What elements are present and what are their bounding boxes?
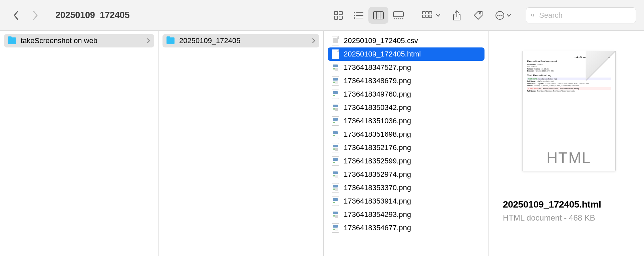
file-row[interactable]: 20250109_172405: [163, 34, 319, 47]
file-row[interactable]: takeScreenshot on web: [4, 34, 154, 47]
svg-line-32: [533, 16, 534, 17]
columns-icon: [373, 11, 384, 20]
image-file-icon: [332, 197, 339, 206]
svg-point-28: [497, 15, 499, 16]
file-name-label: 1736418348679.png: [344, 77, 480, 85]
file-row[interactable]: 1736418352974.png: [328, 168, 485, 181]
file-row[interactable]: 20250109_172405.csv: [328, 34, 485, 47]
svg-point-14: [394, 18, 395, 19]
preview-type-label: HTML: [523, 149, 615, 167]
file-row[interactable]: 20250109_172405.html: [328, 47, 485, 61]
folder-icon: [167, 37, 175, 44]
svg-rect-22: [422, 15, 425, 18]
svg-rect-24: [429, 15, 432, 18]
chevron-down-icon: [507, 14, 511, 17]
toolbar-actions: [420, 7, 513, 24]
image-file-icon: [332, 130, 339, 139]
image-file-icon: [332, 170, 339, 179]
file-row[interactable]: 1736418352599.png: [328, 154, 485, 168]
file-name-label: 1736418352974.png: [344, 170, 480, 179]
more-button[interactable]: [494, 7, 513, 24]
svg-point-29: [499, 15, 501, 16]
svg-rect-0: [334, 11, 338, 15]
file-row[interactable]: 1736418347527.png: [328, 61, 485, 74]
preview-filename: 20250109_172405.html: [503, 199, 630, 210]
file-row[interactable]: 1736418349760.png: [328, 88, 485, 101]
image-file-icon: [332, 210, 339, 219]
share-button[interactable]: [451, 7, 462, 24]
svg-rect-23: [426, 15, 428, 18]
grid-icon: [333, 10, 343, 20]
file-row[interactable]: 1736418350342.png: [328, 101, 485, 114]
image-file-icon: [332, 183, 339, 193]
file-row[interactable]: 1736418353914.png: [328, 195, 485, 208]
view-columns-button[interactable]: [368, 7, 388, 24]
svg-point-8: [354, 17, 355, 19]
svg-point-6: [354, 15, 355, 16]
file-row[interactable]: 1736418354677.png: [328, 221, 485, 235]
file-name-label: 1736418349760.png: [344, 90, 480, 99]
list-icon: [353, 11, 364, 20]
file-row[interactable]: 1736418351036.png: [328, 114, 485, 128]
svg-rect-20: [426, 11, 428, 14]
document-file-icon: [332, 36, 339, 45]
file-name-label: 1736418353370.png: [344, 183, 480, 192]
image-file-icon: [332, 156, 339, 166]
svg-rect-3: [339, 16, 342, 19]
svg-rect-21: [429, 11, 432, 14]
share-icon: [452, 10, 461, 21]
column-1: takeScreenshot on web: [0, 31, 158, 256]
toolbar: 20250109_172405: [0, 0, 644, 31]
file-name-label: 20250109_172405: [179, 36, 307, 45]
svg-point-15: [396, 18, 397, 19]
image-file-icon: [332, 143, 339, 152]
column-view: takeScreenshot on web 20250109_172405 20…: [0, 31, 644, 256]
preview-testcase-name: Test Cases/Common Test Cases/Screenshot …: [538, 88, 579, 90]
svg-point-4: [354, 12, 355, 13]
file-row[interactable]: 1736418348679.png: [328, 74, 485, 88]
column-3: 20250109_172405.csv20250109_172405.html1…: [324, 31, 489, 256]
search-icon: [531, 12, 535, 19]
preview-suite-name: takeScreenshot on web: [538, 78, 557, 80]
view-icons-button[interactable]: [328, 7, 348, 24]
svg-rect-13: [393, 12, 403, 17]
view-gallery-button[interactable]: [388, 7, 408, 24]
nav-arrows: [10, 9, 41, 21]
preview-thumbnail[interactable]: takeScreenshot on web Test Execution Env…: [517, 51, 621, 188]
image-file-icon: [332, 103, 339, 112]
forward-button[interactable]: [29, 9, 41, 21]
svg-point-17: [400, 18, 401, 19]
preview-pane: takeScreenshot on web Test Execution Env…: [489, 31, 644, 256]
file-row[interactable]: 1736418353370.png: [328, 181, 485, 195]
file-name-label: takeScreenshot on web: [21, 36, 142, 45]
file-row[interactable]: 1736418354293.png: [328, 208, 485, 221]
svg-point-30: [501, 15, 503, 16]
image-file-icon: [332, 76, 339, 86]
file-name-label: 1736418353914.png: [344, 197, 480, 206]
view-switcher: [328, 7, 408, 24]
group-button[interactable]: [420, 7, 442, 24]
image-file-icon: [332, 63, 339, 72]
file-name-label: 1736418350342.png: [344, 103, 480, 112]
file-name-label: 1736418351036.png: [344, 117, 480, 125]
search-input[interactable]: [539, 11, 631, 20]
document-file-icon: [332, 49, 339, 59]
file-row[interactable]: 1736418352176.png: [328, 141, 485, 154]
image-file-icon: [332, 223, 339, 233]
file-row[interactable]: 1736418351698.png: [328, 128, 485, 141]
view-list-button[interactable]: [348, 7, 368, 24]
svg-point-26: [479, 12, 481, 14]
search-box[interactable]: [526, 7, 636, 23]
chevron-right-icon: [312, 38, 315, 43]
file-name-label: 20250109_172405.html: [344, 50, 480, 58]
tag-icon: [473, 10, 483, 20]
file-name-label: 1736418347527.png: [344, 63, 480, 72]
svg-rect-1: [339, 11, 342, 15]
svg-point-18: [402, 18, 403, 19]
file-name-label: 1736418352599.png: [344, 157, 480, 165]
preview-doc-row: Status:15 total, 15 passed, 0 failed, 0 …: [527, 85, 611, 87]
file-name-label: 20250109_172405.csv: [344, 36, 480, 45]
tags-button[interactable]: [472, 7, 485, 24]
back-button[interactable]: [10, 9, 22, 21]
more-icon: [495, 11, 505, 20]
